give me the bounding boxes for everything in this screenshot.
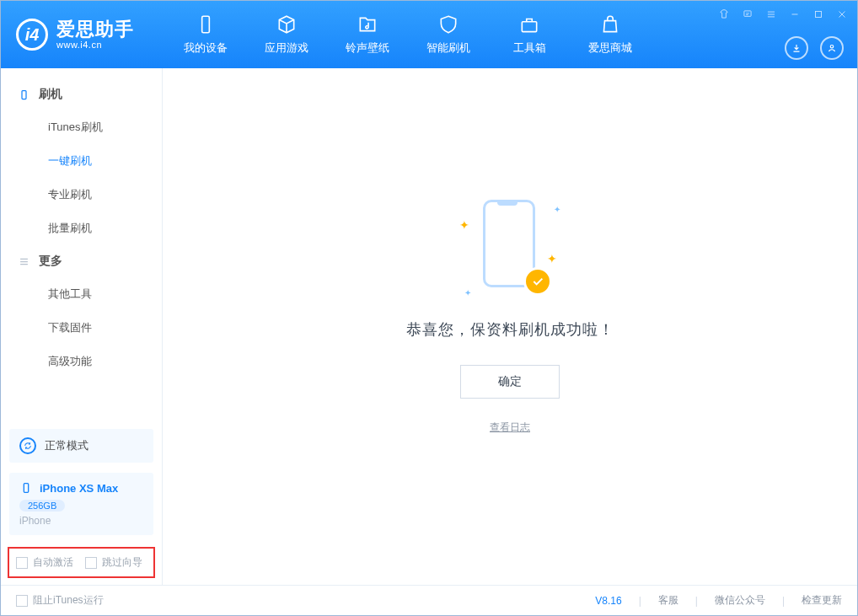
options-row: 自动激活 跳过向导 (8, 547, 155, 578)
tab-label: 工具箱 (513, 40, 546, 56)
mode-label: 正常模式 (45, 438, 88, 453)
footer-link-update[interactable]: 检查更新 (802, 593, 842, 608)
device-name: iPhone XS Max (40, 482, 118, 495)
feedback-icon[interactable] (739, 6, 756, 23)
logo[interactable]: i4 爱思助手 www.i4.cn (1, 1, 165, 68)
tab-label: 我的设备 (184, 40, 228, 56)
sparkle-icon: ✦ (464, 288, 471, 297)
mode-card[interactable]: 正常模式 (9, 429, 153, 463)
device-card[interactable]: iPhone XS Max 256GB iPhone (9, 473, 153, 535)
sidebar-item-other-tools[interactable]: 其他工具 (1, 277, 162, 311)
tab-store[interactable]: 爱思商城 (570, 1, 651, 68)
tab-label: 铃声壁纸 (346, 40, 389, 56)
svg-rect-5 (22, 90, 26, 99)
tab-label: 应用游戏 (265, 40, 308, 56)
svg-point-4 (830, 46, 834, 49)
sidebar-group-title: 更多 (39, 254, 62, 269)
checkbox-icon (16, 595, 28, 607)
sidebar-item-pro-flash[interactable]: 专业刷机 (1, 178, 162, 212)
svg-rect-6 (24, 484, 28, 493)
sparkle-icon: ✦ (554, 205, 560, 214)
sidebar-group-flash: 刷机 (1, 78, 162, 110)
device-type: iPhone (19, 515, 143, 527)
checkbox-icon (85, 557, 97, 569)
toolbox-icon (518, 13, 540, 35)
result-message: 恭喜您，保资料刷机成功啦！ (406, 319, 614, 340)
sidebar-group-title: 刷机 (39, 87, 62, 102)
footer-link-support[interactable]: 客服 (658, 593, 678, 608)
app-window: i4 爱思助手 www.i4.cn 我的设备 应用游戏 铃声壁纸 智能刷机 (0, 0, 858, 616)
tab-apps[interactable]: 应用游戏 (246, 1, 327, 68)
svg-rect-1 (522, 22, 536, 32)
menu-icon (18, 255, 30, 268)
tab-label: 智能刷机 (426, 40, 470, 56)
checkbox-skip-guide[interactable]: 跳过向导 (85, 555, 142, 570)
minimize-button[interactable] (786, 6, 803, 23)
refresh-icon (19, 437, 36, 454)
tab-ringtones[interactable]: 铃声壁纸 (327, 1, 408, 68)
sparkle-icon: ✦ (459, 218, 469, 232)
tab-toolbox[interactable]: 工具箱 (489, 1, 570, 68)
sidebar-item-batch-flash[interactable]: 批量刷机 (1, 212, 162, 245)
version-label: V8.16 (595, 595, 621, 607)
checkbox-icon (16, 557, 28, 569)
checkbox-block-itunes[interactable]: 阻止iTunes运行 (16, 593, 104, 608)
body: 刷机 iTunes刷机 一键刷机 专业刷机 批量刷机 更多 其他工具 下载固件 … (1, 68, 857, 585)
brand-url: www.i4.cn (56, 40, 134, 51)
success-illustration: ✦ ✦ ✦ ✦ (459, 193, 560, 303)
sidebar-item-itunes-flash[interactable]: iTunes刷机 (1, 110, 162, 144)
cube-icon (276, 13, 298, 35)
header-bar: i4 爱思助手 www.i4.cn 我的设备 应用游戏 铃声壁纸 智能刷机 (1, 1, 857, 68)
device-capacity: 256GB (19, 500, 65, 512)
tab-my-device[interactable]: 我的设备 (165, 1, 246, 68)
brand-name: 爱思助手 (56, 19, 134, 40)
checkbox-auto-activate[interactable]: 自动激活 (16, 555, 73, 570)
account-button[interactable] (820, 36, 844, 60)
svg-rect-0 (202, 16, 210, 33)
sidebar-item-oneclick-flash[interactable]: 一键刷机 (1, 144, 162, 178)
main-content: ✦ ✦ ✦ ✦ 恭喜您，保资料刷机成功啦！ 确定 查看日志 (163, 68, 857, 585)
tab-label: 爱思商城 (588, 40, 632, 56)
footer-link-wechat[interactable]: 微信公众号 (715, 593, 765, 608)
tab-flash[interactable]: 智能刷机 (408, 1, 489, 68)
sidebar-item-advanced[interactable]: 高级功能 (1, 345, 162, 378)
main-tabs: 我的设备 应用游戏 铃声壁纸 智能刷机 工具箱 爱思商城 (165, 1, 651, 68)
close-button[interactable] (834, 6, 850, 23)
window-controls (716, 6, 850, 23)
sidebar: 刷机 iTunes刷机 一键刷机 专业刷机 批量刷机 更多 其他工具 下载固件 … (1, 68, 163, 585)
sparkle-icon: ✦ (547, 252, 557, 265)
bag-icon (599, 13, 621, 35)
music-folder-icon (357, 13, 378, 35)
maximize-button[interactable] (810, 6, 827, 23)
device-icon (18, 88, 30, 101)
phone-icon (19, 481, 33, 495)
view-log-link[interactable]: 查看日志 (490, 420, 530, 435)
check-badge-icon (523, 267, 552, 296)
svg-rect-3 (816, 12, 822, 18)
ok-button[interactable]: 确定 (460, 365, 560, 399)
download-button[interactable] (785, 36, 808, 60)
device-icon (195, 13, 217, 35)
logo-icon: i4 (16, 19, 48, 51)
footer-bar: 阻止iTunes运行 V8.16 | 客服 | 微信公众号 | 检查更新 (1, 585, 857, 615)
shield-icon (437, 13, 459, 35)
sidebar-group-more: 更多 (1, 245, 162, 277)
sidebar-item-download-fw[interactable]: 下载固件 (1, 311, 162, 345)
tshirt-icon[interactable] (716, 6, 732, 23)
menu-icon[interactable] (763, 6, 780, 23)
